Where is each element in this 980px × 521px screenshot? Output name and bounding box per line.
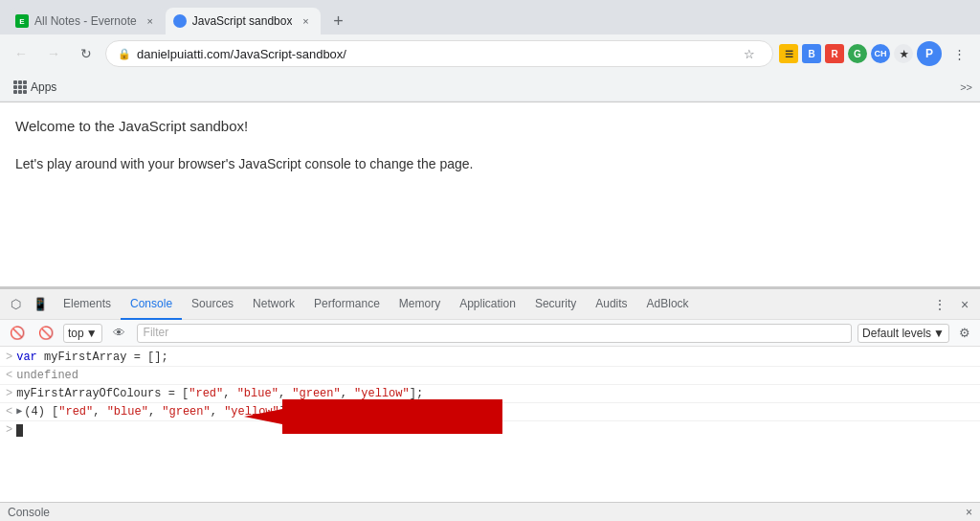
apps-label: Apps [31, 80, 56, 94]
console-settings-button[interactable]: ⚙ [955, 324, 974, 343]
tab-memory[interactable]: Memory [390, 289, 450, 320]
tab-js-close-icon[interactable]: × [298, 13, 313, 29]
tab-elements[interactable]: Elements [54, 289, 121, 320]
console-filter-input[interactable]: Filter [137, 324, 852, 343]
console-line-2-text: undefined [16, 369, 78, 382]
evernote-favicon-icon: E [15, 14, 29, 28]
tab-evernote-close-icon[interactable]: × [143, 13, 158, 29]
inspect-icon: ⬡ [11, 297, 21, 311]
filter-placeholder: Filter [144, 326, 169, 339]
console-line-1-text: var myFirstArray = []; [16, 351, 167, 364]
ext-icon-6[interactable]: ★ [894, 44, 913, 63]
tab-network[interactable]: Network [243, 289, 304, 320]
console-context-label: top [68, 327, 84, 340]
tab-console[interactable]: Console [121, 289, 182, 320]
back-button[interactable]: ← [8, 40, 34, 67]
forward-icon: → [47, 46, 60, 61]
apps-bookmark[interactable]: Apps [8, 79, 62, 96]
page-heading: Welcome to the JavaScript sandbox! [15, 118, 965, 134]
console-toolbar: 🚫 🚫 top ▼ 👁 Filter Default levels ▼ ⚙ [0, 320, 980, 347]
devtools-close-button[interactable]: × [953, 293, 976, 316]
tab-security[interactable]: Security [525, 289, 586, 320]
prompt-icon-2: < [6, 369, 12, 382]
tab-js-sandbox[interactable]: JavaScript sandbox × [166, 8, 322, 34]
apps-grid-icon [13, 80, 27, 94]
tab-bar: E All Notes - Evernote × JavaScript sand… [0, 0, 980, 34]
console-filter-toggle[interactable]: 🚫 [34, 322, 57, 345]
console-levels-label: Default levels [862, 327, 931, 340]
tab-evernote-title: All Notes - Evernote [34, 14, 137, 28]
prompt-icon-4: < [6, 405, 12, 419]
console-line-1: > var myFirstArray = []; [0, 349, 980, 367]
reload-icon: ↻ [80, 46, 92, 61]
page-subtitle: Let's play around with your browser's Ja… [15, 156, 965, 171]
console-line-4: < ▶ (4) ["red", "blue", "green", "yellow… [0, 403, 980, 421]
device-mode-icon: 📱 [33, 297, 48, 311]
browser-chrome: E All Notes - Evernote × JavaScript sand… [0, 0, 980, 102]
prompt-icon-1: > [6, 351, 12, 364]
devtools-panel: ⬡ 📱 Elements Console Sources Network Per… [0, 287, 980, 521]
prompt-icon-3: > [6, 387, 12, 400]
devtools-more-button[interactable]: ⋮ [928, 293, 951, 316]
console-cursor [16, 424, 23, 437]
array-expand-icon[interactable]: ▶ [16, 405, 22, 417]
back-icon: ← [14, 46, 28, 61]
console-line-4-text: (4) ["red", "blue", "green", "yellow"] [24, 405, 286, 419]
lock-icon: 🔒 [118, 48, 131, 60]
tab-sources[interactable]: Sources [182, 289, 243, 320]
ext-icon-1[interactable]: ☰ [779, 44, 798, 63]
tab-performance[interactable]: Performance [304, 289, 390, 320]
more-menu-button[interactable]: ⋮ [946, 40, 972, 67]
devtools-actions: ⋮ × [928, 293, 976, 316]
devtools-toolbar: ⬡ 📱 Elements Console Sources Network Per… [0, 289, 980, 320]
levels-chevron-icon: ▼ [933, 327, 945, 340]
device-mode-button[interactable]: 📱 [29, 293, 52, 316]
bookmarks-more-button[interactable]: >> [960, 81, 972, 93]
tab-audits[interactable]: Audits [586, 289, 636, 320]
bottom-bar-label: Console [8, 506, 50, 519]
profile-button[interactable]: P [917, 41, 942, 66]
console-eye-button[interactable]: 👁 [108, 322, 131, 345]
console-levels-select[interactable]: Default levels ▼ [858, 324, 949, 343]
address-bar: ← → ↻ 🔒 danielpuiatti.com/JavaScript-san… [0, 34, 980, 73]
ext-icon-4[interactable]: G [848, 44, 867, 63]
page-content: Welcome to the JavaScript sandbox! Let's… [0, 102, 980, 287]
bottom-bar: Console × [0, 502, 980, 521]
inspect-element-button[interactable]: ⬡ [4, 293, 27, 316]
url-bar[interactable]: 🔒 danielpuiatti.com/JavaScript-sandbox/ … [105, 40, 773, 67]
url-text: danielpuiatti.com/JavaScript-sandbox/ [137, 47, 732, 61]
bookmark-star-icon[interactable]: ☆ [738, 42, 761, 65]
toolbar-actions: ☰ B R G CH ★ P ⋮ [779, 40, 972, 67]
tab-evernote[interactable]: E All Notes - Evernote × [8, 8, 166, 34]
console-clear-button[interactable]: 🚫 [6, 322, 29, 345]
console-input-line[interactable]: > [0, 421, 980, 439]
console-line-3: > myFirstArrayOfColours = ["red", "blue"… [0, 385, 980, 403]
devtools-tabs: Elements Console Sources Network Perform… [54, 289, 926, 320]
new-tab-button[interactable]: + [324, 8, 351, 34]
console-output: > var myFirstArray = []; < undefined > m… [0, 347, 980, 521]
reload-button[interactable]: ↻ [73, 40, 100, 67]
console-line-3-text: myFirstArrayOfColours = ["red", "blue", … [16, 387, 423, 400]
console-line-2: < undefined [0, 367, 980, 385]
ext-icon-2[interactable]: B [802, 44, 821, 63]
bottom-bar-close-button[interactable]: × [966, 506, 972, 519]
tab-application[interactable]: Application [450, 289, 525, 320]
tab-adblock[interactable]: AdBlock [637, 289, 699, 320]
bookmarks-bar: Apps >> [0, 73, 980, 102]
forward-button[interactable]: → [40, 40, 67, 67]
js-sandbox-favicon-icon [173, 14, 187, 28]
input-caret-icon: > [6, 423, 12, 437]
tab-js-title: JavaScript sandbox [192, 14, 293, 28]
ext-icon-5[interactable]: CH [871, 44, 890, 63]
ext-icon-3[interactable]: R [825, 44, 844, 63]
console-context-select[interactable]: top ▼ [63, 324, 102, 343]
chevron-down-icon: ▼ [86, 327, 98, 340]
